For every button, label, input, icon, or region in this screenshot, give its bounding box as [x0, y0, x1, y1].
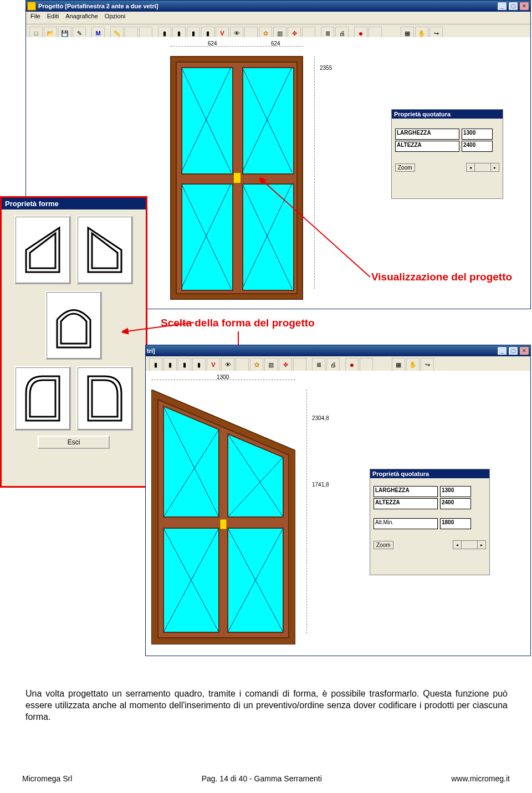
quotatura-title: Proprietà quotatura	[392, 110, 503, 119]
maximize-button[interactable]: ▢	[508, 346, 518, 355]
tool-hand[interactable]: ✋	[406, 358, 420, 371]
tool-c[interactable]: ▮	[178, 358, 191, 371]
body-paragraph: Una volta progettato un serramento quadr…	[25, 688, 508, 723]
menu-editi[interactable]: Editi	[47, 13, 59, 23]
dim-top-left: 624	[208, 40, 217, 47]
zoom-right-icon[interactable]: ▸	[477, 540, 486, 549]
page-footer: Micromega Srl Pag. 14 di 40 - Gamma Serr…	[0, 774, 532, 783]
arrow-to-viz	[259, 177, 376, 283]
shape-halfarch-left[interactable]	[14, 366, 71, 431]
tool-calc[interactable]: ▦	[392, 358, 405, 371]
prop-val-altezza[interactable]: 2400	[440, 498, 471, 509]
dim-r1: 2304,8	[312, 415, 329, 421]
titlebar-bottom: tri] _ ▢ ✕	[146, 345, 530, 356]
zoom-scrollbar[interactable]: ◂ ▸	[466, 163, 499, 172]
tool-v[interactable]: V	[207, 358, 220, 371]
prop-label-altezza: ALTEZZA	[374, 498, 438, 509]
prop-label-altezza: ALTEZZA	[395, 141, 459, 152]
dim-top-right: 624	[271, 40, 280, 47]
zoom-scrollbar[interactable]: ◂ ▸	[453, 540, 486, 549]
svg-rect-19	[220, 519, 227, 529]
quotatura-title: Proprietà quotatura	[370, 469, 489, 478]
footer-right: www.micromeg.it	[451, 774, 510, 783]
svg-line-10	[126, 323, 194, 331]
shape-chooser-title: Proprietà forme	[2, 198, 146, 209]
dim-r2: 1741,8	[312, 482, 329, 488]
menubar: File Editi Anagrafiche Opzioni	[26, 12, 530, 24]
tool-flower[interactable]: ✿	[250, 358, 263, 371]
tool-b[interactable]: ▮	[163, 358, 177, 371]
tool-blank4[interactable]	[293, 358, 306, 371]
zoom-label: Zoom	[374, 541, 393, 549]
window-title: Progetto [Portafinestra 2 ante a due vet…	[38, 3, 158, 9]
zoom-left-icon[interactable]: ◂	[453, 540, 462, 549]
shape-arch[interactable]	[45, 291, 102, 360]
tool-stack[interactable]: ≣	[312, 358, 325, 371]
menu-file[interactable]: File	[30, 13, 40, 23]
prop-val-altmin[interactable]: 1800	[440, 518, 471, 529]
close-button[interactable]: ✕	[519, 346, 529, 355]
minimize-button[interactable]: _	[497, 346, 507, 355]
shape-trap-left[interactable]	[14, 216, 71, 284]
door-drawing-sloped	[151, 390, 295, 644]
prop-val-altezza[interactable]: 2400	[462, 141, 493, 152]
tool-blank[interactable]	[236, 358, 249, 371]
titlebar: Progetto [Portafinestra 2 ante a due vet…	[26, 1, 530, 12]
maximize-button[interactable]: ▢	[508, 2, 518, 11]
prop-val-larghezza[interactable]: 1300	[440, 486, 471, 497]
quotatura-panel-bottom: Proprietà quotatura LARGHEZZA 1300 ALTEZ…	[370, 469, 490, 575]
prop-label-altmin: Alt.Min.	[374, 518, 438, 529]
menu-opzioni[interactable]: Opzioni	[105, 13, 125, 23]
quotatura-panel-top: Proprietà quotatura LARGHEZZA 1300 ALTEZ…	[391, 109, 503, 199]
footer-center: Pag. 14 di 40 - Gamma Serramenti	[202, 774, 322, 783]
tool-blank5[interactable]	[360, 358, 373, 371]
dim-top: 1300	[217, 374, 229, 380]
svg-line-8	[263, 181, 370, 277]
zoom-left-icon[interactable]: ◂	[466, 163, 475, 172]
door-handle-icon	[233, 172, 241, 183]
close-button[interactable]: ✕	[519, 2, 529, 11]
app-icon	[27, 2, 36, 11]
tool-a[interactable]: ▮	[149, 358, 162, 371]
menu-anagrafiche[interactable]: Anagrafiche	[65, 13, 98, 23]
tool-exit[interactable]: ↪	[421, 358, 434, 371]
dim-right: 2355	[320, 65, 332, 71]
tool-move[interactable]: ✥	[279, 358, 292, 371]
prop-label-larghezza: LARGHEZZA	[374, 486, 438, 497]
tool-record[interactable]: ●	[345, 358, 359, 371]
tool-d[interactable]: ▮	[192, 358, 206, 371]
zoom-right-icon[interactable]: ▸	[490, 163, 499, 172]
tool-eye[interactable]: 👁	[221, 358, 234, 371]
annotation-visualizzazione: Visualizzazione del progetto	[371, 271, 512, 283]
tool-print[interactable]: 🖨	[326, 358, 340, 371]
zoom-label: Zoom	[395, 163, 415, 172]
minimize-button[interactable]: _	[497, 2, 507, 11]
tool-col[interactable]: ▥	[264, 358, 278, 371]
prop-label-larghezza: LARGHEZZA	[395, 129, 459, 140]
shape-trap-right[interactable]	[76, 216, 133, 284]
esci-button[interactable]: Esci	[38, 436, 110, 449]
window-title-fragment: tri]	[147, 347, 155, 354]
footer-left: Micromega Srl	[22, 774, 72, 783]
prop-val-larghezza[interactable]: 1300	[462, 129, 493, 140]
